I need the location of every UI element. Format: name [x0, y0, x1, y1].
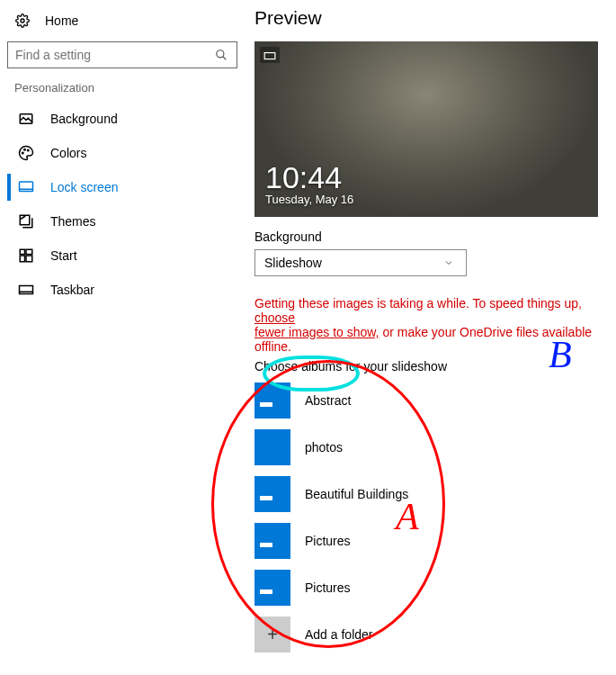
svg-point-4 [22, 152, 24, 154]
svg-point-6 [28, 149, 30, 151]
folder-icon [254, 382, 290, 418]
album-label: Beautiful Buildings [305, 487, 408, 501]
album-label: photos [305, 440, 343, 454]
folder-icon [254, 429, 290, 465]
gear-icon [14, 13, 31, 29]
album-list: Abstract photos Beautiful Buildings Pict… [254, 382, 598, 652]
svg-rect-11 [20, 256, 24, 262]
lock-screen-preview: 10:44 Tuesday, May 16 [254, 41, 598, 217]
search-input-wrapper[interactable] [7, 41, 237, 68]
preview-date: Tuesday, May 16 [265, 193, 587, 206]
svg-point-5 [24, 149, 26, 151]
sidebar-item-start[interactable]: Start [7, 238, 238, 273]
preview-time: 10:44 [265, 162, 587, 193]
sidebar-item-lock-screen[interactable]: Lock screen [7, 170, 238, 204]
plus-icon: + [254, 616, 290, 652]
start-icon [18, 248, 34, 264]
slideshow-warning: Getting these images is taking a while. … [254, 296, 598, 354]
taskbar-icon [18, 282, 34, 298]
section-header: Personalization [7, 81, 238, 102]
background-value: Slideshow [264, 256, 322, 270]
svg-point-0 [21, 19, 24, 22]
folder-icon [254, 570, 290, 606]
svg-rect-12 [26, 256, 32, 262]
album-item[interactable]: photos [254, 429, 598, 465]
album-item[interactable]: Pictures [254, 570, 598, 606]
home-label: Home [45, 14, 78, 28]
palette-icon [18, 145, 34, 161]
search-icon [213, 47, 229, 63]
svg-line-2 [223, 57, 227, 60]
sidebar-item-label: Background [50, 112, 118, 126]
sidebar-item-label: Start [50, 248, 77, 263]
search-input[interactable] [15, 48, 213, 62]
folder-icon [254, 476, 290, 512]
album-label: Pictures [305, 534, 351, 548]
svg-rect-13 [20, 286, 33, 294]
album-item[interactable]: Beautiful Buildings [254, 476, 598, 512]
svg-rect-10 [26, 249, 32, 254]
background-select[interactable]: Slideshow [254, 249, 467, 276]
choose-albums-header: Choose albums for your slideshow [254, 359, 598, 374]
sidebar-item-label: Lock screen [50, 180, 118, 194]
folder-icon [254, 523, 290, 559]
sidebar-item-colors[interactable]: Colors [7, 136, 238, 170]
add-folder-label: Add a folder [305, 627, 373, 642]
svg-point-1 [217, 50, 224, 58]
preview-heading: Preview [254, 7, 598, 29]
lock-screen-icon [18, 179, 34, 195]
home-nav[interactable]: Home [7, 7, 238, 34]
sidebar-item-taskbar[interactable]: Taskbar [7, 273, 238, 307]
sidebar-item-background[interactable]: Background [7, 102, 238, 136]
chevron-down-icon [441, 255, 457, 271]
add-folder-button[interactable]: + Add a folder [254, 616, 598, 652]
album-item[interactable]: Pictures [254, 523, 598, 559]
album-label: Abstract [305, 393, 351, 408]
sidebar-item-label: Taskbar [50, 283, 94, 297]
sidebar-item-label: Themes [50, 214, 96, 229]
picture-icon [18, 111, 34, 127]
sidebar-item-themes[interactable]: Themes [7, 204, 238, 238]
themes-icon [18, 213, 34, 230]
svg-rect-9 [20, 249, 24, 254]
album-label: Pictures [305, 580, 351, 595]
svg-rect-15 [264, 52, 275, 58]
album-item[interactable]: Abstract [254, 382, 598, 418]
network-status-icon [260, 47, 280, 63]
background-label: Background [254, 230, 598, 244]
sidebar-item-label: Colors [50, 146, 86, 160]
